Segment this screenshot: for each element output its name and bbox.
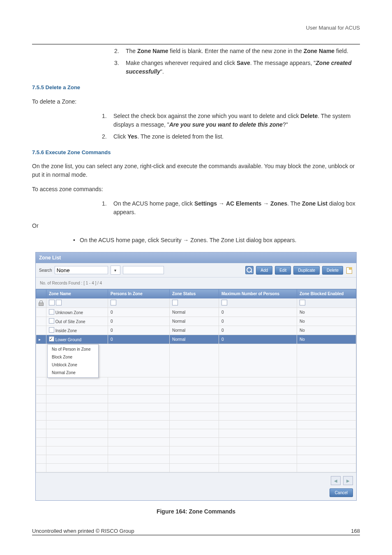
text: → xyxy=(261,200,270,207)
list-item: 2. Click Yes. The zone is deleted from t… xyxy=(102,132,360,141)
dialog-toolbar: Search ▾ Add Edit Duplicate Delete xyxy=(36,263,356,278)
list-number: 1. xyxy=(102,112,113,129)
list-item: 1. Select the check box against the zone… xyxy=(102,112,360,129)
text: ". xyxy=(160,68,164,75)
filter-cell[interactable] xyxy=(170,298,219,308)
col-status[interactable]: Zone Status xyxy=(170,289,219,298)
cell: Normal xyxy=(170,335,219,344)
search-label: Search xyxy=(39,267,52,273)
cell: Lower Ground xyxy=(55,338,81,342)
table-row xyxy=(36,446,356,455)
section-heading-755: 7.5.5 Delete a Zone xyxy=(32,83,360,92)
cell: 0 xyxy=(219,317,297,326)
duplicate-button[interactable]: Duplicate xyxy=(293,266,320,275)
text-bold: Delete xyxy=(300,113,318,119)
dialog-footer: ◀ ▶ xyxy=(36,472,356,488)
col-zone-name[interactable]: Zone Name xyxy=(46,289,108,298)
list-text: Make changes wherever required and click… xyxy=(126,59,360,76)
table-row xyxy=(36,412,356,421)
search-input[interactable] xyxy=(55,266,108,274)
table-row xyxy=(36,429,356,438)
table-row xyxy=(36,455,356,464)
section-heading-756: 7.5.6 Execute Zone Commands xyxy=(32,148,360,157)
filter-cell[interactable] xyxy=(219,298,297,308)
list-text: On the ACUS home page, click Settings → … xyxy=(113,199,360,217)
text: . The message appears, " xyxy=(250,60,316,66)
row-checkbox[interactable] xyxy=(49,309,54,314)
cancel-button[interactable]: Cancel xyxy=(330,488,353,497)
filter-cell[interactable] xyxy=(108,298,170,308)
menu-item-block[interactable]: Block Zone xyxy=(48,353,98,361)
text: field is blank. Enter the name of the ne… xyxy=(168,48,303,54)
cell: No xyxy=(297,317,356,326)
filter-box-icon xyxy=(56,300,62,305)
menu-item-normal[interactable]: Normal Zone xyxy=(48,369,98,377)
filter-cell[interactable] xyxy=(46,298,108,308)
col-max-persons[interactable]: Maximum Number of Persons xyxy=(219,289,297,298)
table-row xyxy=(36,464,356,472)
table-row xyxy=(36,395,356,403)
table-row[interactable]: Inside Zone 0 Normal 0 No xyxy=(36,326,356,335)
row-checkbox[interactable] xyxy=(49,336,54,342)
context-menu: No of Person in Zone Block Zone Unblock … xyxy=(47,344,99,378)
cell: Normal xyxy=(170,317,219,326)
edit-button[interactable]: Edit xyxy=(275,266,291,275)
cell: 0 xyxy=(108,308,170,317)
menu-item-persons[interactable]: No of Person in Zone xyxy=(48,345,98,353)
cell: Out of Site Zone xyxy=(55,319,85,324)
delete-button[interactable]: Delete xyxy=(322,266,343,275)
cell: 0 xyxy=(219,308,297,317)
text-bold: Zones xyxy=(270,200,287,207)
text: Select the check box against the zone wh… xyxy=(113,113,300,119)
text: . The xyxy=(287,200,302,207)
text: Make changes wherever required and click xyxy=(126,60,237,66)
paragraph-or: Or xyxy=(32,222,360,230)
col-blocked[interactable]: Zone Blocked Enabled xyxy=(297,289,356,298)
add-button[interactable]: Add xyxy=(256,266,272,275)
table-row-selected[interactable]: ▸ Lower Ground 0 Normal 0 No xyxy=(36,335,356,344)
search-icon xyxy=(246,267,253,273)
search-button[interactable] xyxy=(245,266,254,274)
list-number: 2. xyxy=(114,47,126,56)
text: . The zone is deleted from the list. xyxy=(137,133,224,140)
cell: 0 xyxy=(219,326,297,335)
table-row xyxy=(36,377,356,386)
list-item: 3. Make changes wherever required and cl… xyxy=(114,59,360,76)
prev-page-button[interactable]: ◀ xyxy=(331,476,341,485)
dialog-footer-2: Cancel xyxy=(36,488,356,500)
row-checkbox[interactable] xyxy=(49,318,54,324)
cell: No xyxy=(297,308,356,317)
cell: 0 xyxy=(219,335,297,344)
list-text: The Zone Name field is blank. Enter the … xyxy=(126,47,360,56)
page-header-title: User Manual for ACUS xyxy=(32,25,360,31)
col-persons[interactable]: Persons In Zone xyxy=(108,289,170,298)
list-text: Click Yes. The zone is deleted from the … xyxy=(113,132,360,141)
text-bold: Zone Name xyxy=(137,48,168,54)
filter-box-icon xyxy=(221,300,227,305)
export-icon[interactable] xyxy=(346,266,353,274)
table-row xyxy=(36,421,356,429)
search-dropdown[interactable]: ▾ xyxy=(111,266,120,275)
zone-list-dialog: Zone List Search ▾ Add Edit Duplicate De… xyxy=(35,252,357,501)
table-row[interactable]: Out of Site Zone 0 Normal 0 No xyxy=(36,317,356,326)
text-bold: Zone Name xyxy=(304,48,334,54)
text-bold: Zone List xyxy=(302,200,327,207)
text-bold: Save xyxy=(237,60,250,66)
filter-cell[interactable] xyxy=(297,298,356,308)
cell: Normal xyxy=(170,308,219,317)
table-row[interactable]: Unknown Zone 0 Normal 0 No xyxy=(36,308,356,317)
menu-item-unblock[interactable]: Unblock Zone xyxy=(48,361,98,369)
row-checkbox[interactable] xyxy=(49,327,54,333)
bullet-text: On the ACUS home page, click Security → … xyxy=(80,236,360,245)
records-found-label: No. of Records Found : [ 1 - 4 ] / 4 xyxy=(36,278,356,289)
table-row xyxy=(36,438,356,446)
paragraph: To access zone commands: xyxy=(32,185,360,194)
table-row xyxy=(36,403,356,412)
text-bold: Yes xyxy=(127,133,137,140)
search-value-input[interactable] xyxy=(123,266,164,274)
header-rule xyxy=(32,44,360,44)
next-page-button[interactable]: ▶ xyxy=(343,476,353,485)
filter-box-icon xyxy=(111,300,116,305)
text: ?" xyxy=(283,121,288,128)
text: On the ACUS home page, click xyxy=(113,200,194,207)
